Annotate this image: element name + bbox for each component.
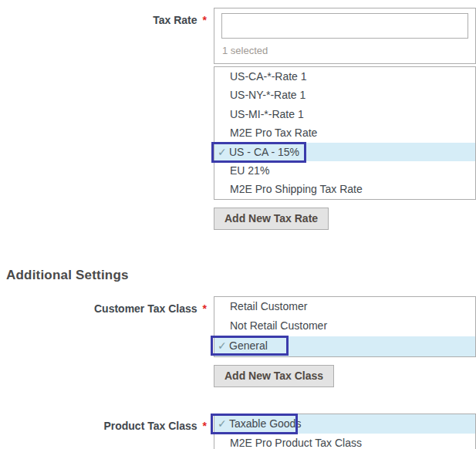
- tax-rate-option[interactable]: M2E Pro Shipping Tax Rate: [214, 180, 475, 198]
- additional-settings-heading: Additional Settings: [6, 268, 476, 282]
- option-label: General: [229, 339, 268, 352]
- tax-rate-option-selected[interactable]: ✓US - CA - 15%: [214, 143, 475, 161]
- tax-rate-options-list: US-CA-*-Rate 1 US-NY-*-Rate 1 US-MI-*-Ra…: [214, 66, 476, 200]
- product-tax-class-option[interactable]: M2E Pro Product Tax Class: [214, 434, 475, 449]
- tax-rate-field: 1 selected US-CA-*-Rate 1 US-NY-*-Rate 1…: [214, 8, 476, 230]
- required-asterisk: *: [203, 302, 207, 315]
- check-icon: ✓: [218, 336, 229, 356]
- product-tax-class-label: Product Tax Class*: [0, 411, 207, 432]
- option-label: US - CA - 15%: [229, 146, 299, 158]
- tax-rate-row: Tax Rate* 1 selected US-CA-*-Rate 1 US-N…: [0, 8, 476, 230]
- tax-rate-label: Tax Rate*: [0, 8, 207, 26]
- tax-rate-multiselect-header: 1 selected: [214, 8, 476, 64]
- customer-tax-class-option[interactable]: Retail Customer: [214, 297, 475, 317]
- product-tax-class-option-selected[interactable]: ✓Taxable Goods: [214, 414, 475, 434]
- customer-tax-class-option[interactable]: Not Retail Customer: [214, 316, 475, 336]
- add-new-tax-rate-button[interactable]: Add New Tax Rate: [214, 208, 329, 230]
- tax-rate-selected-count: 1 selected: [221, 39, 468, 56]
- product-tax-class-row: Product Tax Class* ✓Taxable Goods M2E Pr…: [0, 411, 476, 449]
- customer-tax-class-options-list: Retail Customer Not Retail Customer ✓Gen…: [214, 296, 476, 357]
- option-label: Taxable Goods: [229, 417, 301, 430]
- tax-rate-option[interactable]: EU 21%: [214, 161, 475, 180]
- add-new-tax-class-button[interactable]: Add New Tax Class: [214, 365, 334, 387]
- tax-rate-search-input[interactable]: [221, 13, 468, 39]
- required-asterisk: *: [203, 14, 207, 26]
- tax-rate-option[interactable]: US-NY-*-Rate 1: [214, 86, 475, 104]
- required-asterisk: *: [203, 420, 207, 432]
- tax-rate-option[interactable]: M2E Pro Tax Rate: [214, 123, 475, 142]
- tax-rate-option[interactable]: US-CA-*-Rate 1: [214, 67, 475, 86]
- product-tax-class-options-list: ✓Taxable Goods M2E Pro Product Tax Class: [214, 414, 476, 449]
- check-icon: ✓: [218, 414, 229, 434]
- customer-tax-class-option-selected[interactable]: ✓General: [214, 336, 475, 356]
- product-tax-class-field: ✓Taxable Goods M2E Pro Product Tax Class: [214, 411, 476, 449]
- customer-tax-class-row: Customer Tax Class* Retail Customer Not …: [0, 294, 476, 387]
- tax-rule-form: Tax Rate* 1 selected US-CA-*-Rate 1 US-N…: [0, 0, 476, 449]
- customer-tax-class-field: Retail Customer Not Retail Customer ✓Gen…: [214, 294, 476, 387]
- tax-rate-option[interactable]: US-MI-*-Rate 1: [214, 105, 475, 123]
- customer-tax-class-label: Customer Tax Class*: [0, 294, 207, 315]
- check-icon: ✓: [218, 143, 229, 161]
